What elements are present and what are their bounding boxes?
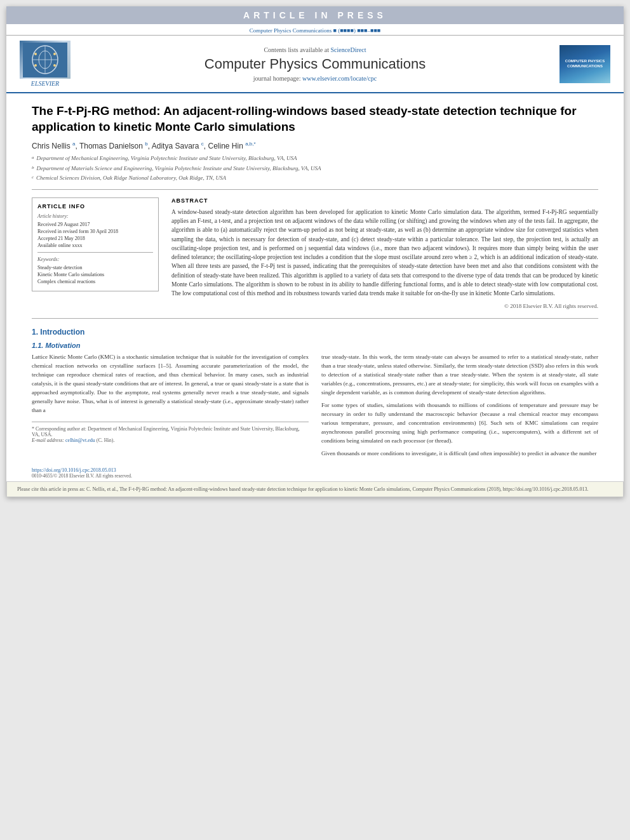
elsevier-brand-text: ELSEVIER xyxy=(31,80,59,87)
affil-c-text: Chemical Sciences Division, Oak Ridge Na… xyxy=(36,174,226,183)
article-info-column: ARTICLE INFO Article history: Received 2… xyxy=(32,197,159,310)
history-received: Received 29 August 2017 xyxy=(37,222,153,227)
history-online: Available online xxxx xyxy=(37,243,153,248)
journal-header: ELSEVIER Contents lists available at Sci… xyxy=(6,35,624,93)
elsevier-logo-image xyxy=(20,41,70,79)
affil-c: c Chemical Sciences Division, Oak Ridge … xyxy=(32,174,598,183)
main-content: The F-t-Pj-RG method: An adjacent-rollin… xyxy=(6,93,624,465)
article-info-box: ARTICLE INFO Article history: Received 2… xyxy=(32,197,159,291)
authors-line: Chris Nellis a, Thomas Danielson b, Adit… xyxy=(32,141,598,150)
homepage-url[interactable]: www.elsevier.com/locate/cpc xyxy=(302,75,377,82)
svg-point-5 xyxy=(34,53,37,55)
doi-link: https://doi.org/10.1016/j.cpc.2018.05.01… xyxy=(32,467,598,473)
contents-label: Contents lists available at xyxy=(264,46,328,53)
affil-b-text: Department of Materials Science and Engi… xyxy=(37,164,321,173)
intro-right-text-3: Given thousands or more conditions to in… xyxy=(321,450,598,458)
introduction-heading: 1. Introduction xyxy=(32,328,598,337)
keywords-label: Keywords: xyxy=(37,257,153,262)
journal-logo-image: COMPUTER PHYSICS COMMUNICATIONS xyxy=(560,45,610,83)
citation-bar: Please cite this article in press as: C.… xyxy=(6,481,624,497)
journal-header-center: Contents lists available at ScienceDirec… xyxy=(80,46,550,82)
journal-logo-text: COMPUTER PHYSICS COMMUNICATIONS xyxy=(562,59,608,69)
issn-text: 0010-4655/© 2018 Elsevier B.V. All right… xyxy=(32,473,598,479)
journal-link[interactable]: Computer Physics Communications ■ (■■■■)… xyxy=(250,27,381,34)
page: ARTICLE IN PRESS Computer Physics Commun… xyxy=(6,6,624,497)
footnote-section: * Corresponding author at: Department of… xyxy=(32,422,309,443)
author-chris: Chris Nellis a, Thomas Danielson b, Adit… xyxy=(32,142,256,150)
intro-left-text: Lattice Kinetic Monte Carlo (KMC) is a s… xyxy=(32,353,309,415)
svg-point-6 xyxy=(53,53,56,55)
introduction-body: Lattice Kinetic Monte Carlo (KMC) is a s… xyxy=(32,353,598,458)
footnote-email: E-mail address: celhin@vt.edu (C. Hin). xyxy=(32,437,309,443)
intro-right-col: true steady-state. In this work, the ter… xyxy=(321,353,598,458)
journal-title: Computer Physics Communications xyxy=(80,56,550,72)
elsevier-logo: ELSEVIER xyxy=(17,41,74,87)
info-abstract-section: ARTICLE INFO Article history: Received 2… xyxy=(32,197,598,310)
doi-section: https://doi.org/10.1016/j.cpc.2018.05.01… xyxy=(6,465,624,481)
homepage-label: journal homepage: xyxy=(253,75,301,82)
article-in-press-banner: ARTICLE IN PRESS xyxy=(6,6,624,24)
journal-homepage-line: journal homepage: www.elsevier.com/locat… xyxy=(80,75,550,82)
intro-left-col: Lattice Kinetic Monte Carlo (KMC) is a s… xyxy=(32,353,309,458)
intro-right-text-2: For some types of studies, simulations w… xyxy=(321,401,598,446)
abstract-column: ABSTRACT A window-based steady-state det… xyxy=(171,197,598,310)
keyword-2: Kinetic Monte Carlo simulations xyxy=(37,272,153,277)
info-divider xyxy=(37,252,153,253)
journal-logo-box: COMPUTER PHYSICS COMMUNICATIONS xyxy=(556,45,613,83)
keyword-1: Steady-state detection xyxy=(37,265,153,270)
contents-available-line: Contents lists available at ScienceDirec… xyxy=(80,46,550,53)
abstract-title: ABSTRACT xyxy=(171,197,598,204)
section-divider xyxy=(32,318,598,319)
affil-a: a Department of Mechanical Engineering, … xyxy=(32,154,598,163)
citation-text: Please cite this article in press as: C.… xyxy=(17,486,589,492)
copyright-line: © 2018 Elsevier B.V. All rights reserved… xyxy=(171,303,598,309)
history-accepted: Accepted 21 May 2018 xyxy=(37,236,153,241)
article-history-label: Article history: xyxy=(37,213,153,219)
motivation-subheading: 1.1. Motivation xyxy=(32,342,598,349)
footnote-star: * Corresponding author at: Department of… xyxy=(32,426,309,437)
email-person: (C. Hin). xyxy=(97,437,115,443)
article-info-title: ARTICLE INFO xyxy=(37,203,153,210)
affil-a-text: Department of Mechanical Engineering, Vi… xyxy=(37,154,297,163)
email-label: E-mail address: xyxy=(32,437,64,443)
abstract-text: A window-based steady-state detection al… xyxy=(171,208,598,298)
svg-point-7 xyxy=(34,64,37,67)
email-link[interactable]: celhin@vt.edu xyxy=(65,437,95,443)
svg-point-8 xyxy=(53,64,56,67)
journal-link-strip: Computer Physics Communications ■ (■■■■)… xyxy=(6,24,624,35)
affiliations: a Department of Mechanical Engineering, … xyxy=(32,154,598,190)
history-revised: Received in revised form 30 April 2018 xyxy=(37,229,153,234)
article-title: The F-t-Pj-RG method: An adjacent-rollin… xyxy=(32,103,598,135)
doi-anchor[interactable]: https://doi.org/10.1016/j.cpc.2018.05.01… xyxy=(32,467,116,473)
banner-text: ARTICLE IN PRESS xyxy=(243,10,387,20)
intro-right-text-1: true steady-state. In this work, the ter… xyxy=(321,353,598,397)
affil-b: b Department of Materials Science and En… xyxy=(32,164,598,173)
keyword-3: Complex chemical reactions xyxy=(37,279,153,284)
science-direct-link[interactable]: ScienceDirect xyxy=(330,46,366,53)
